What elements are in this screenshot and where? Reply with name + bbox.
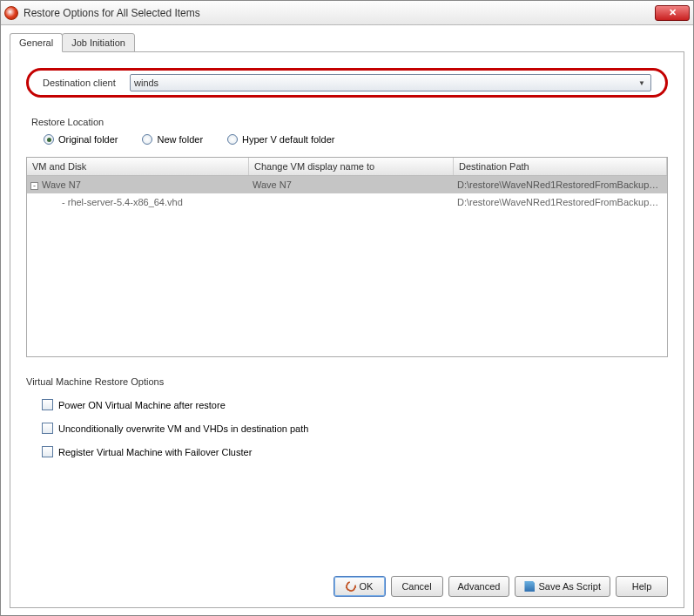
cell-change-name: Wave N7 bbox=[249, 178, 454, 192]
vm-options-label: Virtual Machine Restore Options bbox=[26, 376, 668, 387]
col-change-name[interactable]: Change VM display name to bbox=[249, 158, 454, 175]
destination-client-highlight: Destination client winds ▼ bbox=[26, 68, 668, 98]
radio-icon bbox=[142, 134, 152, 145]
checkbox-icon bbox=[42, 399, 53, 410]
dialog-window: Restore Options for All Selected Items ✕… bbox=[0, 0, 694, 616]
table-row[interactable]: -Wave N7 Wave N7 D:\restore\WaveNRed1Res… bbox=[27, 176, 667, 193]
tab-job-initiation[interactable]: Job Initiation bbox=[62, 33, 135, 52]
cell-dest-path: D:\restore\WaveNRed1RestoredFromBackupCo… bbox=[454, 195, 667, 209]
tab-general[interactable]: General bbox=[10, 33, 63, 52]
checkbox-register-cluster[interactable]: Register Virtual Machine with Failover C… bbox=[42, 446, 668, 457]
destination-client-combo[interactable]: winds ▼ bbox=[130, 74, 651, 91]
window-title: Restore Options for All Selected Items bbox=[24, 7, 655, 19]
row0-name: Wave N7 bbox=[42, 179, 81, 190]
cell-vm-name: -Wave N7 bbox=[27, 178, 249, 192]
power-on-label: Power ON Virtual Machine after restore bbox=[58, 400, 226, 410]
cell-change-name bbox=[249, 200, 454, 204]
help-label: Help bbox=[632, 581, 652, 592]
vm-disk-grid: VM and Disk Change VM display name to De… bbox=[26, 157, 668, 357]
radio-original-folder[interactable]: Original folder bbox=[44, 134, 118, 145]
restore-location-radios: Original folder New folder Hyper V defau… bbox=[44, 134, 671, 145]
grid-header: VM and Disk Change VM display name to De… bbox=[27, 158, 667, 176]
table-row[interactable]: - rhel-server-5.4-x86_64.vhd D:\restore\… bbox=[27, 193, 667, 211]
close-icon: ✕ bbox=[669, 7, 677, 18]
radio-original-label: Original folder bbox=[58, 134, 118, 145]
register-label: Register Virtual Machine with Failover C… bbox=[58, 447, 252, 457]
wrench-icon bbox=[343, 579, 357, 593]
cell-disk-name: - rhel-server-5.4-x86_64.vhd bbox=[27, 195, 249, 209]
tab-job-initiation-label: Job Initiation bbox=[71, 37, 125, 48]
overwrite-label: Unconditionally overwrite VM and VHDs in… bbox=[58, 423, 308, 434]
restore-location-label: Restore Location bbox=[31, 117, 671, 127]
radio-new-label: New folder bbox=[157, 134, 203, 145]
radio-icon bbox=[227, 134, 238, 145]
col-vm-disk[interactable]: VM and Disk bbox=[27, 158, 249, 175]
save-as-script-button[interactable]: Save As Script bbox=[515, 576, 610, 597]
grid-body: -Wave N7 Wave N7 D:\restore\WaveNRed1Res… bbox=[27, 176, 667, 356]
ok-label: OK bbox=[360, 581, 374, 592]
destination-client-row: Destination client winds ▼ bbox=[43, 74, 651, 91]
tab-general-label: General bbox=[19, 37, 53, 48]
radio-hyperv-default[interactable]: Hyper V default folder bbox=[227, 134, 334, 145]
col-dest-path[interactable]: Destination Path bbox=[454, 158, 667, 175]
tab-panel-general: Destination client winds ▼ Restore Locat… bbox=[10, 51, 684, 608]
button-bar: OK Cancel Advanced Save As Script Help bbox=[23, 571, 671, 599]
cancel-label: Cancel bbox=[401, 581, 431, 592]
cell-dest-path: D:\restore\WaveNRed1RestoredFromBackupCo… bbox=[454, 178, 667, 192]
close-button[interactable]: ✕ bbox=[655, 5, 690, 21]
vm-restore-options: Virtual Machine Restore Options Power ON… bbox=[26, 373, 668, 470]
radio-new-folder[interactable]: New folder bbox=[142, 134, 203, 145]
radio-hyperv-label: Hyper V default folder bbox=[242, 134, 334, 145]
disk-icon bbox=[524, 581, 535, 592]
save-script-label: Save As Script bbox=[538, 581, 601, 592]
destination-client-value: winds bbox=[134, 78, 635, 88]
tree-collapse-icon[interactable]: - bbox=[30, 182, 38, 190]
help-button[interactable]: Help bbox=[616, 576, 668, 597]
tab-strip: General Job Initiation bbox=[10, 33, 684, 52]
ok-button[interactable]: OK bbox=[334, 576, 386, 597]
app-icon bbox=[4, 6, 18, 20]
destination-client-label: Destination client bbox=[43, 78, 130, 88]
titlebar: Restore Options for All Selected Items ✕ bbox=[1, 1, 693, 25]
cancel-button[interactable]: Cancel bbox=[391, 576, 443, 597]
checkbox-icon bbox=[42, 446, 53, 457]
advanced-label: Advanced bbox=[458, 581, 501, 592]
checkbox-icon bbox=[42, 423, 53, 434]
checkbox-power-on[interactable]: Power ON Virtual Machine after restore bbox=[42, 399, 668, 410]
radio-icon bbox=[44, 134, 54, 145]
chevron-down-icon: ▼ bbox=[635, 76, 649, 90]
checkbox-overwrite[interactable]: Unconditionally overwrite VM and VHDs in… bbox=[42, 423, 668, 434]
advanced-button[interactable]: Advanced bbox=[448, 576, 510, 597]
content-area: General Job Initiation Destination clien… bbox=[1, 25, 693, 615]
